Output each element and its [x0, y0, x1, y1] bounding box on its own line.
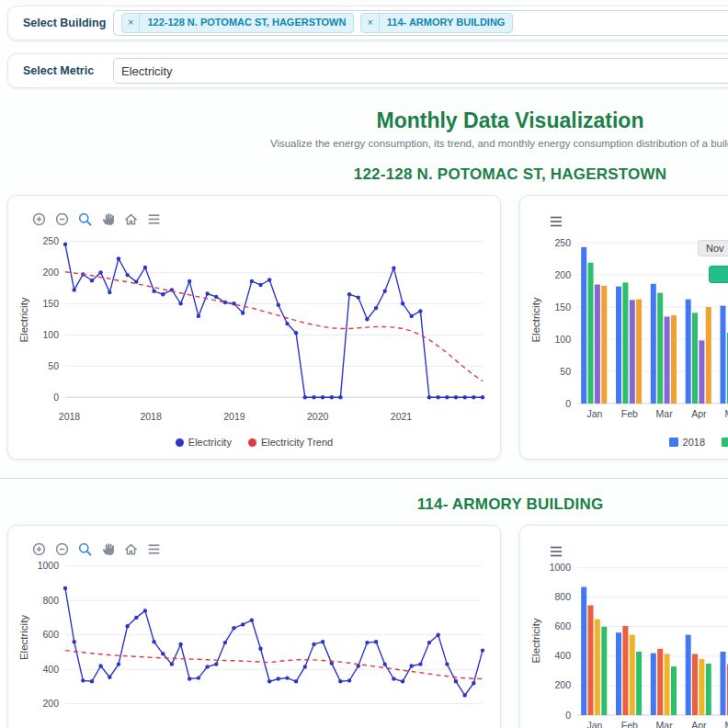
- svg-text:50: 50: [48, 360, 59, 371]
- home-icon: [123, 541, 139, 557]
- section-heading-armory: 114- ARMORY BUILDING: [0, 495, 728, 514]
- legend-marker-circle: [176, 438, 184, 447]
- building-select-row: Select Building ×122-128 N. POTOMAC ST, …: [7, 6, 728, 40]
- armory-bar-card: 02004006008001000ElectricityJanFebMarApr…: [519, 525, 728, 728]
- svg-text:250: 250: [554, 237, 571, 248]
- metric-select-row: Select Metric Electricity: [7, 53, 728, 88]
- pan-icon: [100, 541, 116, 557]
- svg-text:2018: 2018: [140, 411, 162, 422]
- potomac-charts-row: 050100150200250Electricity20182018201920…: [0, 195, 728, 460]
- remove-tag-icon[interactable]: ×: [361, 14, 379, 31]
- selected-building-label: 122-128 N. POTOMAC ST, HAGERSTOWN: [140, 14, 353, 31]
- svg-text:1000: 1000: [550, 562, 572, 573]
- reset-axes-button[interactable]: [122, 540, 140, 558]
- page-subtitle: Visualize the energy consumption, its tr…: [0, 138, 728, 149]
- svg-text:Electricity: Electricity: [18, 615, 29, 660]
- building-select-values: ×122-128 N. POTOMAC ST, HAGERSTOWN×114- …: [121, 13, 513, 32]
- plotly-modebar: [30, 540, 163, 558]
- potomac-bar-chart[interactable]: 050100150200250ElectricityJanFebMarAprMa…: [528, 229, 728, 426]
- reset-axes-button[interactable]: [122, 210, 140, 228]
- dashboard-app: Select Building ×122-128 N. POTOMAC ST, …: [0, 0, 728, 728]
- remove-tag-icon[interactable]: ×: [122, 14, 140, 31]
- legend-marker-circle: [248, 438, 256, 447]
- svg-text:May: May: [724, 720, 728, 728]
- metric-selected-value: Electricity: [121, 64, 173, 78]
- svg-text:800: 800: [554, 591, 571, 602]
- svg-text:Jan: Jan: [586, 408, 602, 419]
- legend-label: Electricity: [188, 437, 232, 448]
- svg-text:0: 0: [53, 392, 59, 403]
- pan-button[interactable]: [99, 210, 117, 228]
- bar-chart-menu-button[interactable]: [548, 214, 564, 233]
- home-icon: [123, 211, 139, 227]
- legend-marker-square: [722, 438, 728, 447]
- armory-bar-chart[interactable]: 02004006008001000ElectricityJanFebMarApr…: [528, 559, 728, 728]
- legend-item[interactable]: Electricity Trend: [248, 437, 333, 448]
- building-select-label: Select Building: [23, 17, 113, 29]
- svg-text:Mar: Mar: [656, 408, 674, 419]
- legend-label: Electricity Trend: [261, 437, 333, 448]
- svg-text:May: May: [724, 408, 728, 419]
- selected-building-tag[interactable]: ×122-128 N. POTOMAC ST, HAGERSTOWN: [121, 13, 354, 32]
- legend-item[interactable]: 2018: [669, 437, 705, 448]
- menu-icon: [146, 541, 162, 557]
- svg-text:2020: 2020: [307, 411, 329, 422]
- svg-text:Apr: Apr: [691, 408, 707, 419]
- svg-text:250: 250: [42, 235, 59, 246]
- page-title: Monthly Data Visualization: [0, 108, 728, 133]
- svg-text:800: 800: [42, 595, 59, 606]
- building-select-dropdown[interactable]: ×122-128 N. POTOMAC ST, HAGERSTOWN×114- …: [113, 10, 728, 36]
- potomac-line-chart[interactable]: 050100150200250Electricity20182018201920…: [16, 229, 495, 426]
- svg-text:Feb: Feb: [621, 720, 638, 728]
- zoom-in-button[interactable]: [30, 210, 48, 228]
- menu-icon: [146, 211, 162, 227]
- svg-text:Apr: Apr: [691, 720, 707, 728]
- svg-text:Electricity: Electricity: [530, 297, 541, 342]
- metric-select-dropdown[interactable]: Electricity: [113, 58, 728, 84]
- selected-building-tag[interactable]: ×114- ARMORY BUILDING: [360, 13, 513, 32]
- legend-item[interactable]: 2019: [722, 437, 728, 448]
- metric-select-label: Select Metric: [23, 64, 113, 77]
- legend-item[interactable]: Electricity: [176, 437, 232, 448]
- section-heading-potomac: 122-128 N. POTOMAC ST, HAGERSTOWN: [0, 165, 728, 184]
- zoom-out-icon: [54, 541, 70, 557]
- svg-text:200: 200: [554, 269, 571, 280]
- legend-marker-square: [669, 438, 678, 447]
- zoom-in-icon: [31, 211, 47, 227]
- bar-chart-menu-button[interactable]: [548, 544, 564, 563]
- svg-text:100: 100: [554, 334, 571, 345]
- section-divider: [0, 478, 728, 479]
- svg-text:1000: 1000: [38, 560, 60, 571]
- zoom-mode-button[interactable]: [76, 540, 94, 558]
- svg-text:400: 400: [42, 664, 59, 675]
- svg-text:200: 200: [42, 267, 59, 278]
- svg-text:150: 150: [554, 301, 571, 313]
- armory-line-card: 2004006008001000Electricity: [7, 525, 501, 728]
- svg-text:2018: 2018: [59, 411, 81, 422]
- zoom-out-button[interactable]: [53, 540, 71, 558]
- modebar-menu-button[interactable]: [145, 540, 163, 558]
- modebar-menu-button[interactable]: [145, 210, 163, 228]
- legend-label: 2018: [683, 437, 705, 448]
- armory-line-chart[interactable]: 2004006008001000Electricity: [16, 552, 495, 728]
- svg-text:Jan: Jan: [586, 720, 602, 728]
- potomac-bar-legend: 2018201920202021: [520, 437, 728, 448]
- svg-text:150: 150: [42, 298, 59, 309]
- svg-text:400: 400: [554, 650, 571, 661]
- zoom-in-icon: [31, 541, 47, 557]
- svg-text:2021: 2021: [391, 411, 413, 422]
- zoom-mode-button[interactable]: [76, 210, 94, 228]
- selected-building-label: 114- ARMORY BUILDING: [380, 14, 513, 31]
- zoom-icon: [77, 211, 93, 227]
- hover-label-series: [709, 266, 728, 283]
- zoom-in-button[interactable]: [30, 540, 48, 558]
- zoom-out-icon: [54, 211, 70, 227]
- svg-text:Electricity: Electricity: [18, 297, 29, 342]
- dashboard-viewport: Select Building ×122-128 N. POTOMAC ST, …: [0, 0, 728, 728]
- potomac-line-legend: ElectricityElectricity Trend: [8, 437, 500, 448]
- pan-button[interactable]: [99, 540, 117, 558]
- svg-text:600: 600: [554, 620, 571, 631]
- svg-text:0: 0: [565, 398, 571, 409]
- zoom-out-button[interactable]: [53, 210, 71, 228]
- menu-icon: [548, 544, 564, 559]
